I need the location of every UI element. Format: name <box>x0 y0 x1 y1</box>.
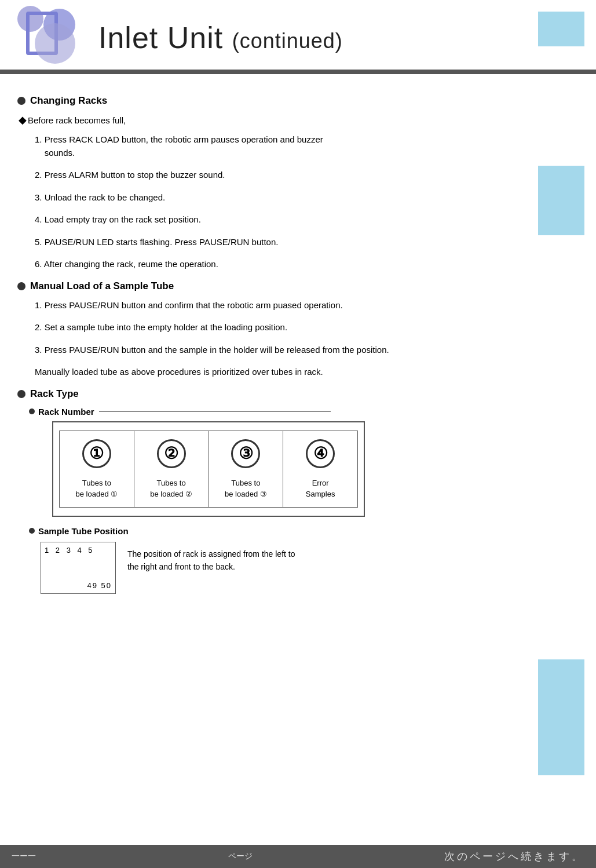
page-header: Inlet Unit (continued) <box>0 0 596 70</box>
rack-cell-label-4: ErrorSamples <box>306 477 335 500</box>
changing-racks-title: Changing Racks <box>30 95 107 107</box>
top-divider <box>0 70 596 74</box>
sample-tube-position-label: Sample Tube Position <box>38 526 129 536</box>
tube-grid-box: 1 2 3 4 5 49 50 <box>41 542 116 594</box>
right-blue-accent-2 <box>538 659 584 775</box>
changing-racks-heading: Changing Racks <box>17 95 579 107</box>
header-blue-accent <box>538 12 584 46</box>
tube-grid-top-numbers: 1 2 3 4 5 <box>45 546 112 555</box>
bullet-small-icon-2 <box>29 528 35 534</box>
bullet-icon-2 <box>17 282 25 290</box>
rack-table: ① Tubes tobe loaded ① ② Tubes tobe loade… <box>59 431 358 508</box>
rack-number-4: ④ <box>306 439 335 468</box>
changing-racks-intro: ◆Before rack becomes full, <box>19 114 579 126</box>
bottom-bar: 一ー一 ページ 次のページへ続きます。 <box>0 845 596 868</box>
bottom-bar-center: ページ <box>228 851 253 862</box>
bottom-bar-left: 一ー一 <box>12 851 36 862</box>
rack-type-title: Rack Type <box>30 388 79 400</box>
right-blue-accent-1 <box>538 166 584 235</box>
tube-position-section: 1 2 3 4 5 49 50 The position of rack is … <box>41 542 579 594</box>
intro-text-content: Before rack becomes full, <box>28 115 126 125</box>
rack-table-wrapper: ① Tubes tobe loaded ① ② Tubes tobe loade… <box>52 421 365 517</box>
rack-cell-label-2: Tubes tobe loaded ② <box>150 477 192 500</box>
bullet-icon <box>17 97 25 105</box>
rack-number-2: ② <box>157 439 186 468</box>
rack-cell-3: ③ Tubes tobe loaded ③ <box>209 431 284 507</box>
tube-grid-row: 1 2 3 4 5 49 50 The position of rack is … <box>41 542 579 594</box>
changing-racks-item-3: 3. Unload the rack to be changed. <box>35 191 579 205</box>
tube-grid-bottom-numbers: 49 50 <box>87 581 112 590</box>
title-main: Inlet Unit <box>98 21 223 54</box>
rack-number-label: Rack Number <box>38 407 94 417</box>
rack-type-heading: Rack Type <box>17 388 579 400</box>
changing-racks-item-1: 1. Press RACK LOAD button, the robotic a… <box>35 133 579 159</box>
title-continued: (continued) <box>232 29 343 53</box>
bottom-bar-right: 次のページへ続きます。 <box>444 849 584 863</box>
rack-number-1: ① <box>82 439 111 468</box>
rack-type-section: Rack Type Rack Number ① Tubes tobe loade… <box>17 388 579 594</box>
manual-load-heading: Manual Load of a Sample Tube <box>17 280 579 292</box>
manual-load-item-3: 3. Press PAUSE/RUN button and the sample… <box>35 344 579 357</box>
rack-number-heading: Rack Number <box>29 407 579 417</box>
manual-load-item-2: 2. Set a sample tube into the empty hold… <box>35 321 579 334</box>
rack-cell-4: ④ ErrorSamples <box>283 431 357 507</box>
manual-load-note: Manually loaded tube as above procedures… <box>35 366 579 379</box>
tube-position-description: The position of rack is assigned from th… <box>127 542 295 574</box>
rack-cell-1: ① Tubes tobe loaded ① <box>60 431 134 507</box>
changing-racks-item-4: 4. Load empty tray on the rack set posit… <box>35 213 579 227</box>
changing-racks-item-2: 2. Press ALARM button to stop the buzzer… <box>35 169 579 182</box>
main-content: Changing Racks ◆Before rack becomes full… <box>0 74 596 606</box>
rack-cell-label-3: Tubes tobe loaded ③ <box>225 477 267 500</box>
page-title: Inlet Unit (continued) <box>98 20 343 55</box>
logo <box>12 6 87 70</box>
bullet-small-icon <box>29 409 35 414</box>
changing-racks-item-5: 5. PAUSE/RUN LED starts flashing. Press … <box>35 236 579 249</box>
sample-tube-position-heading: Sample Tube Position <box>29 526 579 536</box>
manual-load-title: Manual Load of a Sample Tube <box>30 280 174 292</box>
manual-load-item-1: 1. Press PAUSE/RUN button and confirm th… <box>35 299 579 312</box>
rack-number-3: ③ <box>231 439 260 468</box>
changing-racks-item-6: 6. After changing the rack, reume the op… <box>35 258 579 271</box>
rack-cell-label-1: Tubes tobe loaded ① <box>76 477 118 500</box>
rack-cell-2: ② Tubes tobe loaded ② <box>134 431 209 507</box>
bullet-icon-3 <box>17 390 25 398</box>
